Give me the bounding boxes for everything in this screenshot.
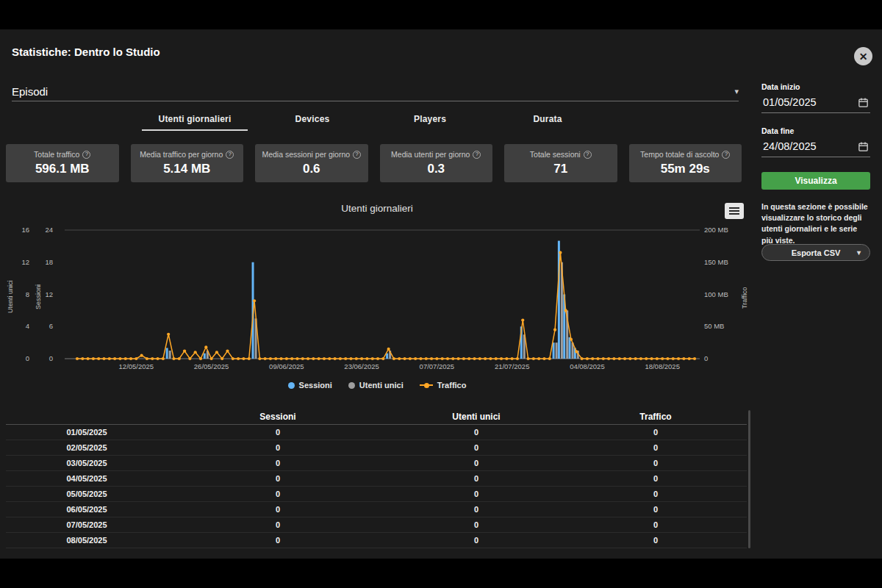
row-date: 03/05/2025 — [6, 459, 168, 467]
info-icon[interactable]: ? — [226, 151, 234, 159]
chevron-down-icon: ▾ — [734, 87, 739, 96]
row-value: 0 — [564, 505, 747, 514]
chevron-down-icon: ▾ — [857, 248, 861, 257]
stat-card-label-text: Media traffico per giorno — [140, 150, 223, 159]
row-date: 06/05/2025 — [6, 505, 168, 514]
date-start-field — [761, 93, 870, 113]
row-value: 0 — [168, 536, 388, 545]
info-icon[interactable]: ? — [353, 151, 361, 159]
svg-text:Utenti unici: Utenti unici — [7, 280, 14, 313]
svg-text:Traffico: Traffico — [741, 287, 748, 309]
svg-text:0: 0 — [49, 354, 53, 362]
stat-card-value: 71 — [553, 162, 567, 176]
legend-item-utenti-unici[interactable]: Utenti unici — [348, 381, 404, 390]
tab-utenti-giornalieri[interactable]: Utenti giornalieri — [136, 107, 254, 131]
row-value: 0 — [168, 474, 388, 483]
svg-text:12/05/2025: 12/05/2025 — [119, 362, 154, 370]
svg-text:12: 12 — [21, 258, 29, 266]
svg-text:07/07/2025: 07/07/2025 — [420, 362, 455, 370]
date-end-input[interactable] — [761, 137, 853, 157]
row-value: 0 — [564, 428, 747, 437]
stat-card-label: Media utenti per giorno? — [391, 150, 481, 159]
info-icon[interactable]: ? — [473, 151, 481, 159]
legend-label: Traffico — [437, 381, 467, 390]
table-row: 03/05/2025000 — [6, 456, 747, 471]
legend-line-dot — [424, 383, 429, 388]
row-value: 0 — [168, 428, 388, 437]
row-value: 0 — [564, 490, 747, 498]
legend-item-sessioni[interactable]: Sessioni — [288, 381, 332, 390]
svg-text:26/05/2025: 26/05/2025 — [194, 362, 229, 370]
table-row: 05/05/2025000 — [6, 487, 747, 502]
visualizza-button[interactable]: Visualizza — [761, 172, 870, 190]
tab-devices[interactable]: Devices — [254, 107, 371, 131]
table-row: 07/05/2025000 — [6, 517, 747, 533]
row-value: 0 — [388, 490, 564, 498]
row-value: 0 — [168, 505, 388, 514]
svg-text:6: 6 — [49, 322, 53, 330]
statistics-modal: Statistiche: Dentro lo Studio ✕ Episodi … — [0, 29, 882, 559]
column-header: Utenti unici — [388, 412, 564, 422]
svg-text:16: 16 — [21, 226, 29, 234]
date-end-label: Data fine — [761, 126, 794, 135]
stat-cards: Totale traffico?596.1 MBMedia traffico p… — [6, 144, 742, 182]
row-value: 0 — [388, 505, 564, 514]
stat-card-value: 55m 29s — [661, 162, 710, 176]
svg-text:18/08/2025: 18/08/2025 — [645, 362, 680, 370]
stat-card-label-text: Totale traffico — [34, 150, 79, 159]
table-row: 01/05/2025000 — [6, 425, 747, 440]
table-row: 04/05/2025000 — [6, 471, 747, 487]
stat-card-label: Totale traffico? — [34, 150, 90, 159]
svg-text:200 MB: 200 MB — [704, 226, 728, 234]
stat-card-label-text: Media sessioni per giorno — [262, 150, 350, 159]
info-icon[interactable]: ? — [584, 151, 592, 159]
legend-item-traffico[interactable]: Traffico — [420, 381, 467, 390]
export-csv-label: Esporta CSV — [792, 248, 841, 257]
row-value: 0 — [564, 443, 747, 452]
stat-card-value: 596.1 MB — [35, 162, 90, 176]
legend-label: Sessioni — [299, 381, 332, 390]
row-date: 02/05/2025 — [6, 443, 168, 452]
legend-line-marker — [420, 384, 433, 386]
table-row: 02/05/2025000 — [6, 440, 747, 456]
stat-card-label-text: Totale sessioni — [530, 150, 581, 159]
stats-table: SessioniUtenti uniciTraffico01/05/202500… — [6, 409, 747, 548]
calendar-icon[interactable] — [858, 97, 869, 108]
daily-users-chart: 0004650 MB812100 MB1218150 MB1624200 MBU… — [0, 220, 754, 375]
svg-text:12: 12 — [45, 290, 53, 298]
stat-card-media-sessioni-per-giorno: Media sessioni per giorno?0.6 — [255, 144, 368, 182]
stat-card-value: 5.14 MB — [163, 162, 210, 176]
section-description: In questa sezione è possibile visualizza… — [761, 201, 870, 246]
row-value: 0 — [564, 520, 747, 529]
scrollbar-thumb[interactable] — [748, 410, 750, 548]
tab-durata[interactable]: Durata — [489, 107, 606, 131]
svg-text:0: 0 — [26, 354, 29, 362]
episodes-select[interactable]: Episodi ▾ — [12, 82, 739, 101]
svg-text:23/06/2025: 23/06/2025 — [344, 362, 379, 370]
svg-text:Sessioni: Sessioni — [35, 284, 42, 309]
info-icon[interactable]: ? — [722, 151, 730, 159]
stat-card-totale-sessioni: Totale sessioni?71 — [504, 144, 617, 182]
export-csv-button[interactable]: Esporta CSV ▾ — [761, 244, 870, 261]
chart-menu-button[interactable] — [725, 203, 744, 219]
stat-card-media-traffico-per-giorno: Media traffico per giorno?5.14 MB — [131, 144, 244, 182]
calendar-icon[interactable] — [858, 141, 869, 152]
svg-text:0: 0 — [704, 354, 708, 362]
stat-card-totale-traffico: Totale traffico?596.1 MB — [6, 144, 119, 182]
info-icon[interactable]: ? — [82, 151, 90, 159]
sidebar: Data inizio Data fine — [761, 29, 870, 559]
stat-card-tempo-totale-di-ascolto: Tempo totale di ascolto?55m 29s — [629, 144, 742, 182]
row-value: 0 — [388, 443, 564, 452]
screen: Statistiche: Dentro lo Studio ✕ Episodi … — [0, 0, 882, 588]
row-date: 01/05/2025 — [6, 428, 168, 437]
stat-card-label: Media sessioni per giorno? — [262, 150, 361, 159]
episodes-label: Episodi — [12, 85, 48, 98]
row-value: 0 — [168, 459, 388, 467]
tab-players[interactable]: Players — [371, 107, 489, 131]
row-date: 04/05/2025 — [6, 474, 168, 483]
stat-card-label: Media traffico per giorno? — [140, 150, 234, 159]
row-value: 0 — [388, 459, 564, 467]
stat-card-label: Tempo totale di ascolto? — [640, 150, 730, 159]
date-start-input[interactable] — [761, 93, 853, 112]
svg-text:50 MB: 50 MB — [704, 322, 724, 330]
